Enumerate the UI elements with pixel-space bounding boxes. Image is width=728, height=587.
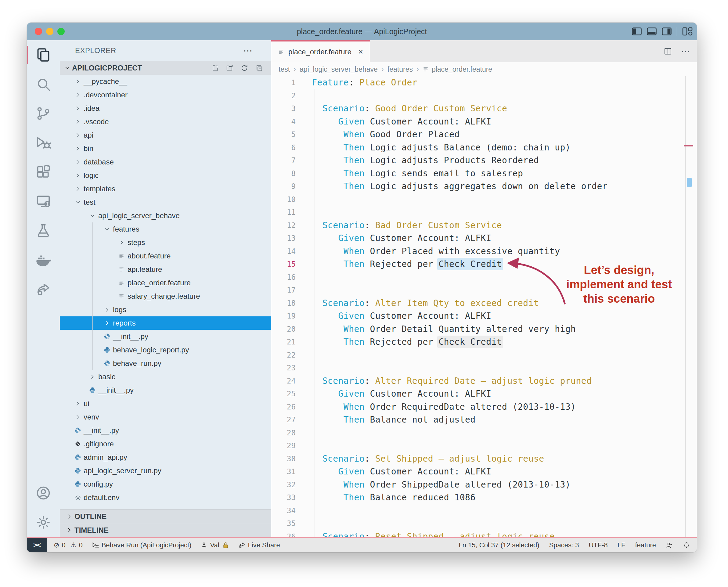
tree-item--idea[interactable]: .idea (60, 101, 271, 115)
tree-item-steps[interactable]: steps (60, 236, 271, 249)
code-line-12[interactable]: 12 Scenario: Bad Order Custom Service (271, 219, 697, 232)
activity-accounts[interactable] (27, 478, 60, 508)
code-line-26[interactable]: 26 When Order RequiredDate altered (2013… (271, 401, 697, 414)
refresh-icon[interactable] (240, 64, 249, 72)
code-line-23[interactable]: 23 (271, 361, 697, 375)
new-folder-icon[interactable] (226, 64, 234, 72)
toggle-panel-icon[interactable] (647, 27, 657, 36)
activity-docker[interactable] (27, 245, 60, 275)
overview-selection-mark[interactable] (687, 178, 692, 187)
code-line-4[interactable]: 4 Given Customer Account: ALFKI (271, 115, 697, 128)
tree-item-reports[interactable]: reports (60, 316, 271, 330)
indentation-status[interactable]: Spaces: 3 (549, 541, 579, 549)
tree-item-behave-run-py[interactable]: behave_run.py (60, 357, 271, 370)
code-line-2[interactable]: 2 (271, 89, 697, 102)
tree-item-api-feature[interactable]: api.feature (60, 263, 271, 276)
code-line-22[interactable]: 22 (271, 349, 697, 362)
code-line-27[interactable]: 27 Then Balance not adjusted (271, 414, 697, 426)
cursor-position[interactable]: Ln 15, Col 37 (12 selected) (459, 541, 539, 549)
code-line-6[interactable]: 6 Then Logic adjusts Balance (demo: chai… (271, 141, 697, 155)
tree-item-database[interactable]: database (60, 155, 271, 169)
tree-item-templates[interactable]: templates (60, 182, 271, 195)
tree-item-config-py[interactable]: config.py (60, 477, 271, 491)
tree-item--devcontainer[interactable]: .devcontainer (60, 88, 271, 101)
code-area[interactable]: 1Feature: Place Order23 Scenario: Good O… (271, 76, 697, 537)
eol-status[interactable]: LF (617, 541, 626, 549)
code-line-29[interactable]: 29 (271, 439, 697, 452)
code-line-31[interactable]: 31 Given Customer Account: ALFKI (271, 465, 697, 478)
activity-settings[interactable] (27, 508, 60, 537)
live-share-status[interactable]: Live Share (238, 541, 280, 549)
breadcrumb-item-features[interactable]: features (388, 65, 413, 73)
code-line-10[interactable]: 10 (271, 193, 697, 206)
activity-explorer[interactable] (27, 40, 60, 70)
tree-item-features[interactable]: features (60, 222, 271, 236)
tree-item-test[interactable]: test (60, 195, 271, 209)
tab-place-order-feature[interactable]: place_order.feature × (271, 40, 370, 62)
activity-search[interactable] (27, 70, 60, 99)
code-line-21[interactable]: 21 Then Rejected per Check Credit (271, 336, 697, 349)
tree-item--vscode[interactable]: .vscode (60, 115, 271, 128)
collapse-all-icon[interactable] (255, 64, 263, 72)
tree-item-behave-logic-report-py[interactable]: behave_logic_report.py (60, 343, 271, 357)
language-mode[interactable]: feature (635, 541, 656, 549)
project-section-header[interactable]: APILOGICPROJECT (60, 61, 271, 75)
tree-item-api[interactable]: api (60, 128, 271, 142)
code-line-13[interactable]: 13 Given Customer Account: ALFKI (271, 232, 697, 245)
code-line-9[interactable]: 9 Then Logic adjusts aggregates down on … (271, 180, 697, 193)
code-line-32[interactable]: 32 When Order ShippedDate altered (2013-… (271, 478, 697, 492)
activity-testing[interactable] (27, 216, 60, 245)
tree-item-logic[interactable]: logic (60, 169, 271, 182)
code-line-8[interactable]: 8 Then Logic sends email to salesrep (271, 167, 697, 180)
code-line-20[interactable]: 20 When Order Detail Quantity altered ve… (271, 323, 697, 336)
code-line-34[interactable]: 34 (271, 504, 697, 517)
code-line-33[interactable]: 33 Then Balance reduced 1086 (271, 491, 697, 504)
activity-live-share[interactable] (27, 275, 60, 304)
toggle-sidebar-right-icon[interactable] (662, 27, 672, 36)
code-line-24[interactable]: 24 Scenario: Alter Required Date – adjus… (271, 375, 697, 388)
code-line-7[interactable]: 7 Then Logic adjusts Products Reordered (271, 154, 697, 167)
debug-launch-status[interactable]: Behave Run (ApiLogicProject) (92, 541, 192, 549)
code-line-30[interactable]: 30 Scenario: Set Shipped – adjust logic … (271, 452, 697, 466)
close-tab-icon[interactable]: × (358, 47, 363, 57)
encoding-status[interactable]: UTF-8 (589, 541, 608, 549)
breadcrumb-item-place-order-feature[interactable]: place_order.feature (423, 65, 492, 73)
tree-item-salary-change-feature[interactable]: salary_change.feature (60, 289, 271, 303)
code-line-5[interactable]: 5 When Good Order Placed (271, 128, 697, 141)
tree-item--gitignore[interactable]: .gitignore (60, 437, 271, 451)
activity-run-debug[interactable] (27, 128, 60, 158)
code-line-25[interactable]: 25 Given Customer Account: ALFKI (271, 388, 697, 401)
tree-item--pycache-[interactable]: __pycache__ (60, 75, 271, 88)
code-line-1[interactable]: 1Feature: Place Order (271, 76, 697, 89)
timeline-section[interactable]: TIMELINE (60, 523, 271, 537)
activity-remote-explorer[interactable] (27, 187, 60, 216)
code-line-36[interactable]: 36 Scenario: Reset Shipped – adjust logi… (271, 530, 697, 537)
tree-item-ui[interactable]: ui (60, 397, 271, 410)
tree-item-venv[interactable]: venv (60, 410, 271, 424)
code-line-28[interactable]: 28 (271, 426, 697, 440)
code-line-3[interactable]: 3 Scenario: Good Order Custom Service (271, 102, 697, 115)
customize-layout-icon[interactable] (682, 27, 692, 36)
new-file-icon[interactable] (211, 64, 219, 72)
tree-item-api-logic-server-behave[interactable]: api_logic_server_behave (60, 209, 271, 222)
code-line-19[interactable]: 19 Given Customer Account: ALFKI (271, 310, 697, 323)
tree-item-default-env[interactable]: default.env (60, 491, 271, 504)
code-line-14[interactable]: 14 When Order Placed with excessive quan… (271, 245, 697, 258)
activity-extensions[interactable] (27, 158, 60, 187)
activity-source-control[interactable] (27, 99, 60, 128)
breadcrumb[interactable]: test›api_logic_server_behave›features›pl… (271, 62, 697, 76)
tree-item-bin[interactable]: bin (60, 142, 271, 155)
editor-more-actions-icon[interactable]: ⋯ (681, 47, 690, 56)
outline-section[interactable]: OUTLINE (60, 509, 271, 523)
problems-status[interactable]: ⊘ 0 ⚠ 0 (54, 541, 83, 549)
tree-item-logs[interactable]: logs (60, 303, 271, 316)
code-line-11[interactable]: 11 (271, 206, 697, 219)
val-status[interactable]: Val (201, 541, 229, 549)
code-line-35[interactable]: 35 (271, 517, 697, 530)
notifications-bell-icon[interactable] (683, 542, 690, 549)
tree-item-about-feature[interactable]: about.feature (60, 249, 271, 263)
tree-item--init-py[interactable]: __init__.py (60, 424, 271, 437)
toggle-sidebar-left-icon[interactable] (632, 27, 642, 36)
feedback-icon[interactable] (666, 542, 673, 549)
title-bar[interactable]: place_order.feature — ApiLogicProject (27, 23, 697, 40)
